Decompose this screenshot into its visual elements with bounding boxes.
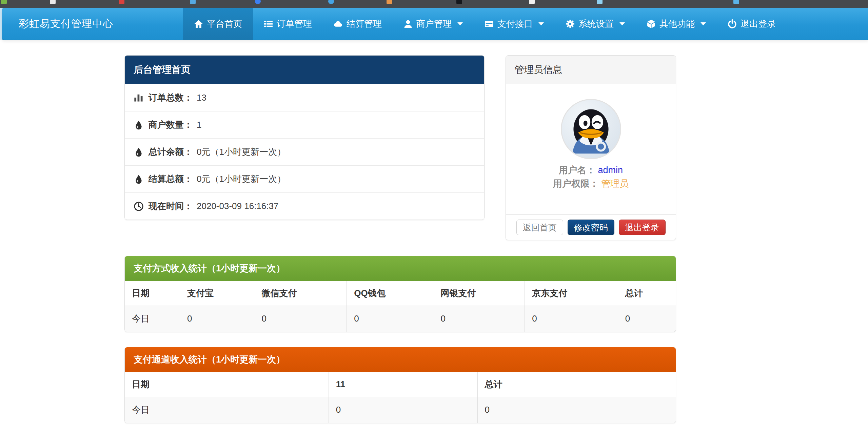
column-header: QQ钱包 [347, 281, 433, 306]
cell: 0 [254, 306, 347, 332]
favicon-orange[interactable] [387, 0, 392, 4]
admin-panel: 管理员信息 [506, 55, 676, 240]
bookmarks-bar [0, 0, 868, 8]
admin-footer: 返回首页 修改密码 退出登录 [506, 214, 676, 240]
cell: 0 [329, 397, 477, 423]
back-home-button[interactable]: 返回首页 [516, 220, 563, 235]
cell: 0 [347, 306, 433, 332]
droplet-icon [134, 174, 144, 184]
column-header: 支付宝 [180, 281, 254, 306]
nav-item-label: 退出登录 [741, 18, 776, 30]
admin-panel-title: 管理员信息 [506, 56, 676, 84]
username-link[interactable]: admin [598, 165, 623, 175]
cell: 0 [525, 306, 618, 332]
cube-icon [647, 19, 656, 28]
cell: 0 [618, 306, 676, 332]
pay-channel-stats-panel: 支付通道收入统计（1小时更新一次） 日期 11 总计 今日 0 0 [124, 347, 676, 423]
admin-body: 用户名： admin 用户权限： 管理员 [506, 99, 676, 214]
stat-merchant-count: 商户数量： 1 [125, 111, 484, 138]
chevron-down-icon [619, 22, 625, 25]
nav-item-pay-interfaces[interactable]: 支付接口 [474, 8, 555, 40]
column-header: 日期 [125, 372, 329, 397]
favicon-white-2[interactable] [529, 0, 535, 4]
role-badge: 管理员 [601, 179, 629, 189]
stat-total-balance: 总计余额： 0元（1小时更新一次） [125, 138, 484, 165]
column-header: 京东支付 [525, 281, 618, 306]
user-icon [403, 19, 413, 28]
table-row: 今日 0 0 0 0 0 0 [125, 306, 676, 332]
navbar: 彩虹易支付管理中心 平台首页 订单管理 结算管理 商户管理 [2, 8, 868, 40]
dashboard-panel-title: 后台管理首页 [125, 56, 484, 84]
qq-penguin-image [562, 100, 620, 158]
favicon-blue-circle[interactable] [255, 0, 261, 4]
cell: 0 [433, 306, 525, 332]
droplet-icon [134, 120, 144, 130]
nav-item-merchants[interactable]: 商户管理 [393, 8, 474, 40]
cloud-icon [334, 19, 343, 28]
role-row: 用户权限： 管理员 [506, 177, 676, 190]
pay-method-stats-title: 支付方式收入统计（1小时更新一次） [125, 256, 676, 281]
stat-current-time: 现在时间： 2020-03-09 16:16:37 [125, 192, 484, 220]
pay-method-stats-table: 日期 支付宝 微信支付 QQ钱包 网银支付 京东支付 总计 今日 0 0 0 0… [125, 281, 676, 332]
nav-item-system-settings[interactable]: 系统设置 [555, 8, 636, 40]
pay-channel-stats-title: 支付通道收入统计（1小时更新一次） [125, 347, 676, 372]
table-header-row: 日期 支付宝 微信支付 QQ钱包 网银支付 京东支付 总计 [125, 281, 676, 306]
nav-item-label: 结算管理 [347, 18, 382, 30]
change-password-button[interactable]: 修改密码 [568, 220, 614, 235]
role-label: 用户权限： [553, 179, 599, 189]
table-row: 今日 0 0 [125, 397, 676, 423]
main-content: 后台管理首页 订单总数： 13 商户数量： 1 [124, 55, 676, 423]
stat-list: 订单总数： 13 商户数量： 1 总计余额： 0元（1小时更新一次） [125, 84, 484, 220]
power-icon [728, 19, 737, 28]
nav-item-logout[interactable]: 退出登录 [717, 8, 787, 40]
chevron-down-icon [538, 22, 544, 25]
column-header: 11 [329, 372, 477, 397]
nav-item-orders[interactable]: 订单管理 [253, 8, 323, 40]
favicon-blue-square[interactable] [733, 0, 739, 4]
gear-icon [566, 19, 575, 28]
column-header: 总计 [618, 281, 676, 306]
top-row: 后台管理首页 订单总数： 13 商户数量： 1 [124, 55, 676, 240]
favicon-small-blue[interactable] [190, 0, 196, 4]
brand-title[interactable]: 彩虹易支付管理中心 [19, 17, 113, 31]
bar-chart-icon [134, 92, 144, 103]
favicon-green[interactable] [1, 0, 7, 4]
nav-item-label: 平台首页 [207, 18, 242, 30]
nav-item-label: 商户管理 [416, 18, 452, 30]
dashboard-panel: 后台管理首页 订单总数： 13 商户数量： 1 [124, 55, 485, 220]
username-row: 用户名： admin [506, 163, 676, 177]
column-header: 微信支付 [254, 281, 347, 306]
table-header-row: 日期 11 总计 [125, 372, 676, 397]
main-nav: 平台首页 订单管理 结算管理 商户管理 支付接口 [183, 8, 787, 40]
nav-item-label: 支付接口 [497, 18, 533, 30]
nav-item-other-functions[interactable]: 其他功能 [636, 8, 717, 40]
column-header: 总计 [477, 372, 676, 397]
cell: 0 [477, 397, 676, 423]
logout-button[interactable]: 退出登录 [619, 220, 666, 235]
avatar [561, 99, 621, 159]
chevron-down-icon [701, 22, 706, 25]
credit-card-icon [485, 19, 494, 28]
favicon-red[interactable] [119, 0, 124, 4]
home-icon [194, 19, 203, 28]
cell: 今日 [125, 306, 180, 332]
favicon-white[interactable] [50, 0, 56, 4]
column-header: 网银支付 [433, 281, 525, 306]
favicon-skyblue[interactable] [597, 0, 603, 4]
nav-item-label: 订单管理 [277, 18, 312, 30]
pay-method-stats-panel: 支付方式收入统计（1小时更新一次） 日期 支付宝 微信支付 QQ钱包 网银支付 … [124, 256, 676, 332]
chevron-down-icon [457, 22, 463, 25]
cell: 0 [180, 306, 254, 332]
column-header: 日期 [125, 281, 180, 306]
pay-channel-stats-table: 日期 11 总计 今日 0 0 [125, 372, 676, 423]
nav-item-label: 其他功能 [659, 18, 695, 30]
favicon-lightblue-circle[interactable] [328, 0, 334, 4]
cell: 今日 [125, 397, 329, 423]
list-icon [264, 19, 273, 28]
stat-settled-total: 结算总额： 0元（1小时更新一次） [125, 165, 484, 192]
nav-item-platform-home[interactable]: 平台首页 [183, 8, 253, 40]
stat-total-orders: 订单总数： 13 [125, 84, 484, 111]
favicon-black[interactable] [456, 0, 462, 4]
clock-icon [134, 201, 144, 211]
nav-item-settlement[interactable]: 结算管理 [323, 8, 393, 40]
